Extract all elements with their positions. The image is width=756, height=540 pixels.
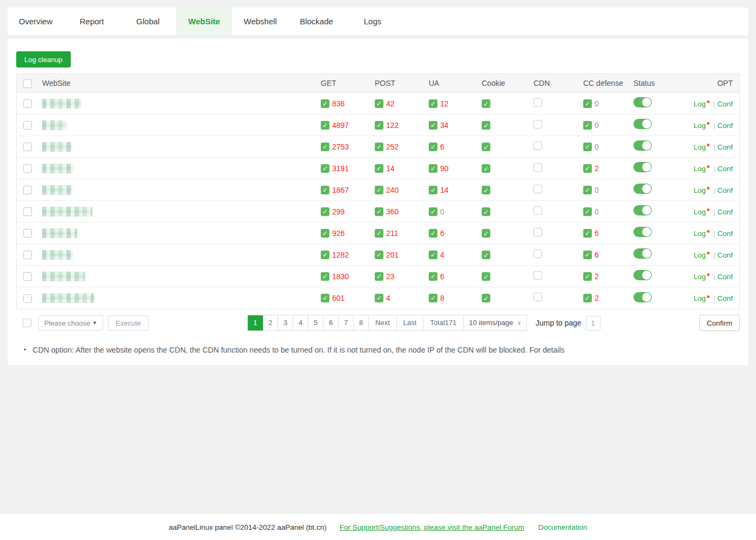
cc-defense-check-icon[interactable]: ✓ [583, 99, 592, 108]
get-enabled-check-icon[interactable]: ✓ [321, 229, 329, 238]
ua-count[interactable]: 8 [440, 294, 444, 302]
get-enabled-check-icon[interactable]: ✓ [321, 294, 329, 302]
cookie-checkbox[interactable]: ✓ [482, 294, 490, 302]
cdn-checkbox[interactable] [534, 98, 542, 107]
post-enabled-check-icon[interactable]: ✓ [375, 272, 383, 281]
cc-defense-check-icon[interactable]: ✓ [583, 164, 592, 173]
post-enabled-check-icon[interactable]: ✓ [375, 121, 383, 130]
select-all-checkbox[interactable] [23, 79, 32, 88]
cookie-checkbox[interactable]: ✓ [482, 99, 490, 108]
conf-link[interactable]: Conf [717, 100, 733, 108]
cdn-checkbox[interactable] [534, 249, 542, 258]
tab-report[interactable]: Report [64, 8, 120, 36]
get-count[interactable]: 1282 [332, 251, 349, 259]
tab-website[interactable]: WebSite [176, 8, 232, 36]
tab-logs[interactable]: Logs [345, 8, 401, 36]
forum-link[interactable]: For Support|Suggestions, please visit th… [340, 523, 524, 531]
cookie-checkbox[interactable]: ✓ [482, 121, 490, 130]
ua-enabled-check-icon[interactable]: ✓ [429, 229, 437, 238]
post-enabled-check-icon[interactable]: ✓ [375, 229, 383, 238]
get-enabled-check-icon[interactable]: ✓ [321, 143, 329, 151]
row-checkbox[interactable] [23, 272, 32, 281]
conf-link[interactable]: Conf [717, 251, 733, 259]
get-count[interactable]: 299 [332, 207, 345, 216]
cc-defense-count[interactable]: 0 [595, 186, 599, 194]
cdn-checkbox[interactable] [534, 120, 542, 129]
website-name-redacted[interactable] [42, 99, 81, 109]
post-count[interactable]: 252 [386, 143, 399, 151]
bulk-action-select[interactable]: Please choose ▼ [38, 315, 103, 330]
cdn-checkbox[interactable] [534, 185, 542, 193]
ua-enabled-check-icon[interactable]: ✓ [429, 121, 437, 130]
get-count[interactable]: 4897 [332, 121, 349, 130]
ua-count[interactable]: 0 [440, 207, 444, 216]
cc-defense-check-icon[interactable]: ✓ [583, 121, 592, 130]
confirm-button[interactable]: Confirm [699, 315, 740, 331]
conf-link[interactable]: Conf [717, 165, 733, 173]
website-name-redacted[interactable] [42, 228, 77, 238]
post-count[interactable]: 211 [386, 229, 398, 238]
cc-defense-check-icon[interactable]: ✓ [583, 186, 592, 194]
get-enabled-check-icon[interactable]: ✓ [321, 207, 329, 216]
row-checkbox[interactable] [23, 143, 32, 151]
cc-defense-check-icon[interactable]: ✓ [583, 229, 592, 238]
log-link[interactable]: Log [694, 165, 710, 173]
cookie-checkbox[interactable]: ✓ [482, 186, 490, 194]
conf-link[interactable]: Conf [717, 294, 733, 302]
status-toggle[interactable] [633, 184, 652, 194]
log-link[interactable]: Log [694, 186, 710, 194]
conf-link[interactable]: Conf [717, 143, 733, 151]
conf-link[interactable]: Conf [717, 230, 733, 238]
status-toggle[interactable] [633, 97, 652, 107]
next-page-button[interactable]: Next [369, 315, 397, 330]
get-enabled-check-icon[interactable]: ✓ [321, 272, 329, 281]
cdn-checkbox[interactable] [534, 228, 542, 237]
log-link[interactable]: Log [694, 143, 710, 151]
page-5-button[interactable]: 5 [308, 315, 323, 330]
cookie-checkbox[interactable]: ✓ [482, 143, 490, 151]
tab-global[interactable]: Global [120, 8, 176, 36]
get-enabled-check-icon[interactable]: ✓ [321, 121, 329, 130]
row-checkbox[interactable] [23, 207, 32, 216]
status-toggle[interactable] [633, 270, 652, 280]
row-checkbox[interactable] [23, 164, 32, 173]
cc-defense-count[interactable]: 2 [595, 164, 599, 173]
ua-count[interactable]: 6 [440, 229, 444, 238]
post-enabled-check-icon[interactable]: ✓ [375, 143, 383, 151]
log-link[interactable]: Log [694, 100, 710, 108]
log-link[interactable]: Log [694, 230, 710, 238]
log-cleanup-button[interactable]: Log cleanup [16, 51, 71, 68]
get-enabled-check-icon[interactable]: ✓ [321, 251, 329, 259]
log-link[interactable]: Log [694, 273, 710, 281]
ua-count[interactable]: 34 [440, 121, 449, 130]
page-2-button[interactable]: 2 [263, 315, 278, 330]
conf-link[interactable]: Conf [717, 208, 733, 216]
post-count[interactable]: 360 [386, 207, 399, 216]
status-toggle[interactable] [633, 140, 652, 151]
cc-defense-count[interactable]: 0 [595, 143, 599, 151]
get-count[interactable]: 601 [332, 294, 345, 302]
website-name-redacted[interactable] [42, 293, 94, 303]
ua-count[interactable]: 6 [440, 272, 444, 281]
row-checkbox[interactable] [23, 294, 32, 303]
execute-button[interactable]: Execute [108, 315, 148, 330]
cookie-checkbox[interactable]: ✓ [482, 272, 490, 281]
get-enabled-check-icon[interactable]: ✓ [321, 186, 329, 194]
total-count[interactable]: Total171 [423, 315, 463, 330]
status-toggle[interactable] [633, 292, 652, 302]
cc-defense-check-icon[interactable]: ✓ [583, 294, 592, 302]
cc-defense-count[interactable]: 0 [595, 99, 599, 108]
post-count[interactable]: 23 [386, 272, 395, 281]
website-name-redacted[interactable] [42, 250, 73, 260]
post-count[interactable]: 14 [386, 164, 395, 173]
post-enabled-check-icon[interactable]: ✓ [375, 207, 383, 216]
cc-defense-count[interactable]: 6 [595, 229, 599, 238]
log-link[interactable]: Log [694, 251, 710, 259]
cc-defense-count[interactable]: 2 [595, 294, 599, 302]
cc-defense-count[interactable]: 2 [595, 272, 599, 281]
get-count[interactable]: 1830 [332, 272, 349, 281]
page-4-button[interactable]: 4 [293, 315, 308, 330]
conf-link[interactable]: Conf [717, 186, 733, 194]
status-toggle[interactable] [633, 248, 652, 259]
last-page-button[interactable]: Last [397, 315, 424, 330]
